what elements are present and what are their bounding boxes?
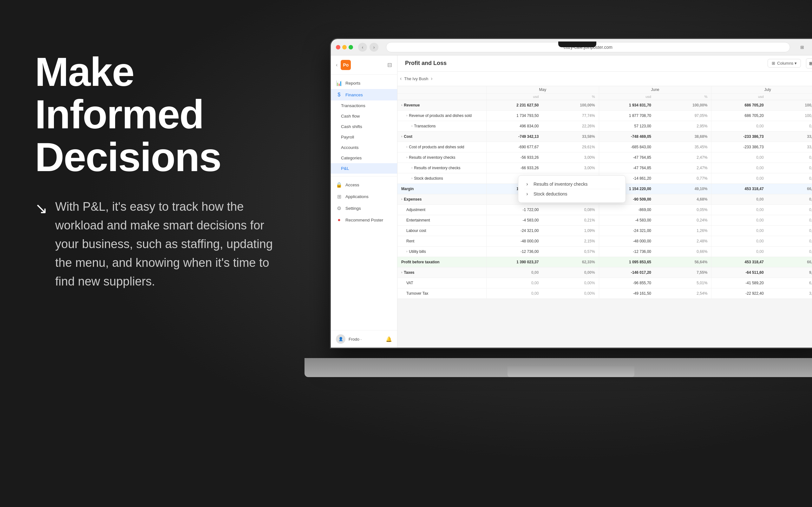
expand-icon[interactable]: › (401, 271, 402, 274)
filter-button[interactable]: ⊞ (806, 58, 812, 68)
sidebar-item-label: Transactions (341, 103, 365, 108)
row-cell: 686 705,20 (711, 100, 767, 110)
laptop-notch (558, 42, 596, 47)
row-cell: 100,00% (768, 100, 812, 110)
sidebar-item-recommend[interactable]: ● Recommend Poster (331, 214, 397, 226)
expand-icon[interactable]: › (401, 198, 402, 201)
back-button[interactable]: ‹ (358, 43, 367, 52)
row-cell: 3,00% (542, 153, 599, 163)
row-cell: -24 321,00 (486, 226, 542, 236)
table-row: Labour cost-24 321,001,09%-24 321,001,26… (397, 226, 812, 236)
table-row: ›Results of inventory checks-56 933,263,… (397, 153, 812, 163)
sub-june-usd: usd (599, 94, 655, 100)
row-cell: -48 000,00 (599, 236, 655, 246)
row-cell: 97,05% (655, 111, 711, 121)
sidebar-item-finances[interactable]: $ Finances (331, 89, 397, 101)
row-cell: -56 933,26 (486, 153, 542, 163)
hero-body: ↘ With P&L, it's easy to track how the w… (35, 198, 273, 291)
arrow-icon: ↘ (35, 199, 48, 218)
table-row: ›Revenue of products and dishes sold1 73… (397, 111, 812, 121)
row-label: Entertainment (397, 215, 486, 225)
row-cell: -47 764,85 (599, 163, 655, 173)
sidebar-item-accounts[interactable]: Accounts (331, 142, 397, 153)
row-cell: 453 318,47 (711, 184, 767, 194)
bell-icon[interactable]: 🔔 (386, 336, 392, 342)
columns-button[interactable]: ⊞ Columns ▾ (768, 59, 801, 67)
row-cell: 0,00% (768, 215, 812, 225)
columns-label: Columns ▾ (777, 61, 797, 66)
row-cell: 0,00 (711, 153, 767, 163)
row-cell: -48 000,00 (486, 236, 542, 246)
minimize-dot[interactable] (342, 45, 347, 49)
expand-icon[interactable]: › (406, 145, 407, 149)
row-cell: 33,58% (542, 131, 599, 142)
row-label: ›Expenses (397, 194, 486, 205)
row-cell: 2,47% (655, 163, 711, 173)
row-cell: 686 705,20 (711, 111, 767, 121)
row-cell: 0,77% (655, 173, 711, 183)
sidebar-item-label: Payroll (341, 135, 354, 139)
row-cell: 0,08% (542, 205, 599, 215)
july-header: July (711, 86, 812, 93)
row-cell: 6,06% (768, 278, 812, 288)
sidebar-expand-icon[interactable]: ⊟ (387, 61, 392, 68)
expand-icon[interactable]: › (411, 166, 412, 170)
row-label: Labour cost (397, 226, 486, 236)
maximize-dot[interactable] (349, 45, 353, 49)
location-forward-icon[interactable]: › (428, 76, 435, 81)
expand-icon[interactable]: › (401, 103, 402, 107)
row-label: Margin (397, 184, 486, 194)
forward-button[interactable]: › (369, 43, 378, 52)
row-cell: -64 511,60 (711, 268, 767, 278)
page-title: Profit and Loss (405, 60, 447, 66)
expand-icon[interactable]: › (406, 250, 407, 253)
expand-icon: › (524, 191, 530, 197)
row-cell: 453 318,47 (711, 257, 767, 267)
expand-icon[interactable]: › (406, 114, 407, 117)
row-cell: 1 934 831,70 (599, 100, 655, 110)
expand-icon[interactable]: › (406, 156, 407, 159)
row-cell: 9,39% (768, 268, 812, 278)
row-cell: 0,00% (768, 246, 812, 257)
sidebar-item-settings[interactable]: ⚙ Settings (331, 203, 397, 214)
sidebar-item-cashflow[interactable]: Cash flow (331, 111, 397, 121)
user-name: Frodo · (349, 337, 362, 342)
browser-action-buttons: ⊞ ↻ (798, 43, 812, 52)
row-cell: -4 583,00 (486, 215, 542, 225)
sidebar-item-categories[interactable]: Categories (331, 153, 397, 163)
row-cell: 0,00 (711, 173, 767, 183)
tooltip-item-inventory[interactable]: › Results of inventory checks (524, 179, 620, 189)
row-cell: 1,26% (655, 226, 711, 236)
expand-icon[interactable]: › (411, 124, 412, 128)
expand-icon[interactable]: › (411, 176, 412, 180)
row-cell: 3,00% (542, 163, 599, 173)
sidebar-item-payroll[interactable]: Payroll (331, 132, 397, 142)
sidebar-item-pl[interactable]: P&L (331, 163, 397, 174)
sidebar-item-label: Categories (341, 156, 362, 160)
sidebar-item-label: Cash shifts (341, 124, 362, 129)
row-label: ›Results of inventory checks (397, 163, 486, 173)
share-icon[interactable]: ⊞ (798, 43, 807, 52)
table-row: ›Transactions496 834,0022,26%57 123,002,… (397, 121, 812, 131)
column-headers: May June July usd % usd (397, 86, 812, 100)
row-cell: 2,15% (542, 236, 599, 246)
sidebar-item-access[interactable]: 🔒 Access (331, 179, 397, 191)
expand-icon[interactable]: › (401, 135, 402, 138)
sidebar-item-reports[interactable]: 📊 Reports (331, 77, 397, 89)
location-back-icon[interactable]: ‹ (397, 76, 404, 81)
sidebar-item-cashshifts[interactable]: Cash shifts (331, 121, 397, 132)
close-dot[interactable] (336, 45, 340, 49)
tooltip-item-stock[interactable]: › Stock deductions (524, 189, 620, 199)
row-cell: 0,00% (768, 205, 812, 215)
row-cell: 1 095 853,65 (599, 257, 655, 267)
row-cell: 38,68% (655, 131, 711, 142)
refresh-icon[interactable]: ↻ (810, 43, 812, 52)
row-label: ›Transactions (397, 121, 486, 131)
sidebar-back-icon[interactable]: ‹ (336, 62, 338, 68)
row-cell: -749 342,13 (486, 131, 542, 142)
hero-section: Make Informed Decisions ↘ With P&L, it's… (35, 51, 273, 291)
row-cell: 56,64% (655, 257, 711, 267)
row-cell: 0,00% (542, 268, 599, 278)
sidebar-item-transactions[interactable]: Transactions (331, 101, 397, 111)
sidebar-item-applications[interactable]: ⊞ Applications (331, 191, 397, 203)
